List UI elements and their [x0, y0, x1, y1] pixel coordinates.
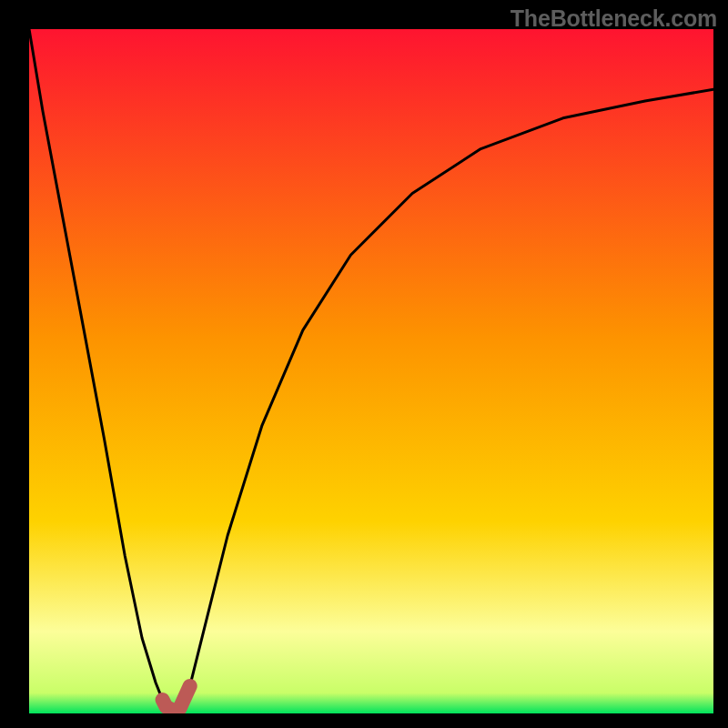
minimum-marker [163, 686, 190, 712]
watermark-text: TheBottleneck.com [511, 5, 717, 32]
bottleneck-curve [0, 0, 728, 728]
outer-frame: TheBottleneck.com [0, 0, 728, 728]
curve-path [29, 29, 713, 712]
